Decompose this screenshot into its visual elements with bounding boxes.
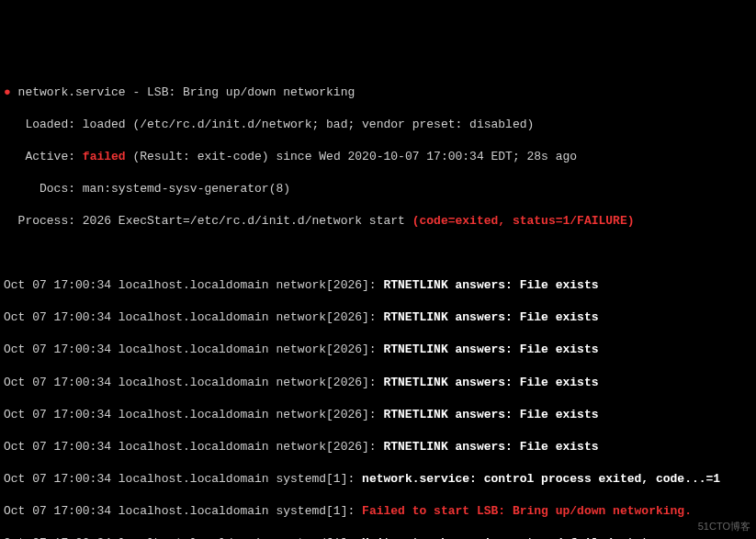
watermark-label: 51CTO博客 — [698, 520, 750, 533]
log-rtnetlink: Oct 07 17:00:34 localhost.localdomain ne… — [4, 375, 752, 391]
status-bullet-icon: ● — [4, 85, 11, 99]
log-failed-start: Oct 07 17:00:34 localhost.localdomain sy… — [4, 503, 752, 520]
service-header: ● network.service - LSB: Bring up/down n… — [4, 84, 752, 101]
log-control-exit: Oct 07 17:00:34 localhost.localdomain sy… — [4, 471, 752, 488]
docs-line: Docs: man:systemd-sysv-generator(8) — [4, 181, 752, 197]
service-title: network.service - LSB: Bring up/down net… — [11, 85, 355, 99]
terminal-output: ● network.service - LSB: Bring up/down n… — [4, 68, 752, 539]
active-failed-label: failed — [83, 150, 126, 163]
log-rtnetlink: Oct 07 17:00:34 localhost.localdomain ne… — [4, 342, 752, 358]
log-rtnetlink: Oct 07 17:00:34 localhost.localdomain ne… — [4, 439, 752, 455]
log-entered-failed: Oct 07 17:00:34 localhost.localdomain sy… — [4, 535, 752, 539]
active-line: Active: failed (Result: exit-code) since… — [4, 149, 752, 165]
log-rtnetlink: Oct 07 17:00:34 localhost.localdomain ne… — [4, 407, 752, 423]
loaded-line: Loaded: loaded (/etc/rc.d/init.d/network… — [4, 117, 752, 133]
log-rtnetlink: Oct 07 17:00:34 localhost.localdomain ne… — [4, 309, 752, 326]
process-line: Process: 2026 ExecStart=/etc/rc.d/init.d… — [4, 213, 752, 230]
log-rtnetlink: Oct 07 17:00:34 localhost.localdomain ne… — [4, 277, 752, 294]
process-fail-code: (code=exited, status=1/FAILURE) — [412, 214, 635, 228]
